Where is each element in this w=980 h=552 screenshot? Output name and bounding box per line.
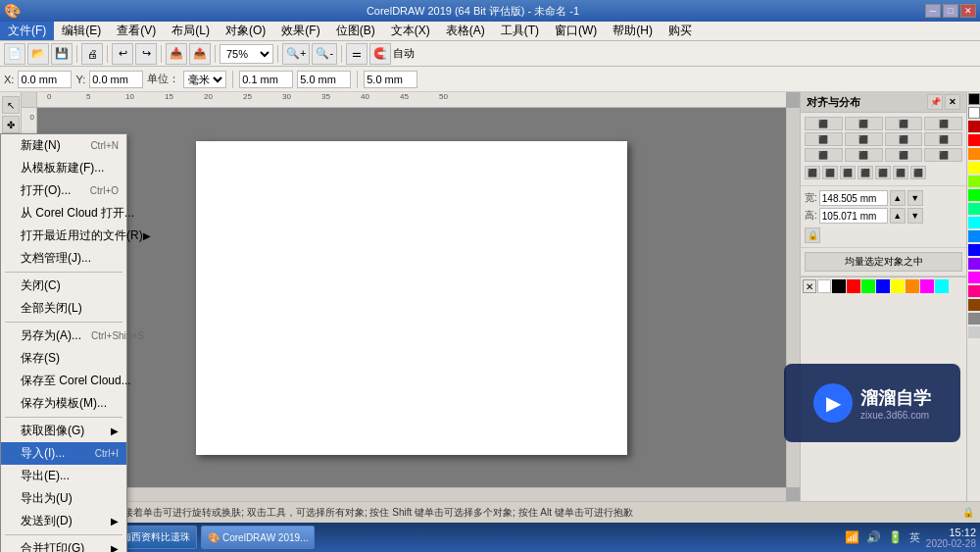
dist-h2[interactable]: ⬛ [822, 166, 838, 179]
open-button[interactable]: 📂 [27, 43, 49, 65]
tray-sound[interactable]: 🔊 [866, 529, 882, 545]
unit-select[interactable]: 毫米 厘米 英寸 [183, 71, 226, 88]
cyan-swatch[interactable] [935, 279, 949, 293]
cb-pink[interactable] [968, 285, 980, 297]
tray-lang[interactable]: 英 [909, 530, 920, 545]
scrollbar-horizontal[interactable] [37, 487, 786, 501]
menu-object[interactable]: 对象(O) [218, 22, 273, 40]
extra-input[interactable] [364, 71, 417, 88]
align-button[interactable]: ⚌ [346, 43, 368, 65]
menu-help[interactable]: 帮助(H) [605, 22, 661, 40]
undo-button[interactable]: ↩ [112, 43, 133, 65]
menu-mergeprint[interactable]: 合并打印(G) ▶ [1, 537, 126, 552]
menu-docmanage[interactable]: 文档管理(J)... [1, 247, 126, 270]
menu-save-template[interactable]: 保存为模板(M)... [1, 392, 126, 415]
maximize-button[interactable]: □ [943, 4, 958, 18]
zoom-combo[interactable]: 75% 50% 100% 200% [220, 44, 273, 64]
menu-new-template[interactable]: 从模板新建(F)... [1, 157, 126, 179]
print-button[interactable]: 🖨 [81, 43, 103, 65]
align-tc[interactable]: ⬛ [845, 117, 883, 130]
align-x3[interactable]: ⬛ [924, 148, 962, 162]
align-mr[interactable]: ⬛ [845, 132, 883, 146]
width-down[interactable]: ▼ [907, 190, 923, 206]
import-button[interactable]: 📥 [166, 43, 187, 65]
align-br[interactable]: ⬛ [805, 148, 843, 162]
menu-edit[interactable]: 编辑(E) [54, 22, 109, 40]
align-bl[interactable]: ⬛ [885, 132, 923, 146]
tray-network[interactable]: 📶 [845, 529, 860, 545]
red-swatch[interactable] [847, 279, 860, 293]
new-button[interactable]: 📄 [4, 43, 25, 65]
align-x1[interactable]: ⬛ [845, 148, 883, 162]
tray-battery[interactable]: 🔋 [888, 529, 904, 545]
height-input[interactable] [819, 208, 888, 224]
menu-effect[interactable]: 效果(F) [273, 22, 327, 40]
cb-yellow[interactable] [968, 162, 980, 174]
close-button[interactable]: ✕ [960, 4, 976, 18]
dist-h1[interactable]: ⬛ [805, 166, 820, 179]
menu-file[interactable]: 文件(F) [0, 22, 54, 40]
node-tool[interactable]: ✤ [2, 116, 20, 133]
panel-pin[interactable]: 📌 [927, 94, 943, 110]
green-swatch[interactable] [861, 279, 875, 293]
redo-button[interactable]: ↪ [135, 43, 157, 65]
dist-h4[interactable]: ⬛ [858, 166, 873, 179]
width-input[interactable] [819, 190, 888, 206]
magenta-swatch[interactable] [920, 279, 934, 293]
menu-table[interactable]: 表格(A) [438, 22, 493, 40]
menu-window[interactable]: 窗口(W) [547, 22, 605, 40]
no-color-swatch[interactable]: ✕ [803, 279, 816, 293]
cb-black[interactable] [968, 93, 980, 105]
dist-h5[interactable]: ⬛ [875, 166, 891, 179]
align-ml[interactable]: ⬛ [924, 117, 962, 130]
cb-lime[interactable] [968, 176, 980, 187]
menu-import[interactable]: 导入(I)... Ctrl+I [1, 442, 126, 465]
y-input[interactable] [89, 71, 143, 88]
save-button[interactable]: 💾 [51, 43, 73, 65]
menu-buy[interactable]: 购买 [661, 22, 700, 40]
menu-tools[interactable]: 工具(T) [493, 22, 547, 40]
align-tl[interactable]: ⬛ [805, 117, 843, 130]
dist-h7[interactable]: ⬛ [910, 166, 926, 179]
apply-button[interactable]: 均量选定对象之中 [805, 252, 962, 272]
menu-layout[interactable]: 布局(L) [164, 22, 218, 40]
menu-saveas[interactable]: 另存为(A)... Ctrl+Shift+S [1, 325, 126, 347]
dist-h3[interactable]: ⬛ [840, 166, 856, 179]
select-tool[interactable]: ↖ [2, 96, 20, 114]
menu-recent[interactable]: 打开最近用过的文件(R) ▶ [1, 225, 126, 247]
panel-close[interactable]: ✕ [945, 94, 960, 110]
cb-white[interactable] [968, 107, 980, 119]
zoom-out-button[interactable]: 🔍- [312, 43, 337, 65]
taskbar-active[interactable]: 🎨 CorelDRAW 2019... [201, 526, 315, 549]
cb-lightgray[interactable] [968, 326, 980, 338]
clock[interactable]: 15:12 2020-02-28 [926, 527, 976, 549]
menu-view[interactable]: 查看(V) [109, 22, 164, 40]
menu-text[interactable]: 文本(X) [383, 22, 438, 40]
h-input[interactable] [297, 71, 351, 88]
cb-darkred[interactable] [968, 121, 980, 132]
menu-export[interactable]: 导出(E)... [1, 465, 126, 487]
menu-new[interactable]: 新建(N) Ctrl+N [1, 134, 126, 157]
height-up[interactable]: ▲ [890, 208, 906, 224]
menu-open[interactable]: 打开(O)... Ctrl+O [1, 179, 126, 202]
cb-gray[interactable] [968, 313, 980, 325]
cb-purple[interactable] [968, 258, 980, 270]
align-mc[interactable]: ⬛ [805, 132, 843, 146]
black-swatch[interactable] [832, 279, 846, 293]
menu-closeall[interactable]: 全部关闭(L) [1, 297, 126, 320]
cb-red[interactable] [968, 134, 980, 146]
menu-close[interactable]: 关闭(C) [1, 275, 126, 297]
x-input[interactable] [18, 71, 72, 88]
minimize-button[interactable]: ─ [925, 4, 941, 18]
menu-sendto[interactable]: 发送到(D) ▶ [1, 510, 126, 532]
width-up[interactable]: ▲ [890, 190, 906, 206]
yellow-swatch[interactable] [891, 279, 905, 293]
white-swatch[interactable] [817, 279, 831, 293]
cb-blue[interactable] [968, 244, 980, 256]
menu-acquire[interactable]: 获取图像(G) ▶ [1, 420, 126, 442]
cb-sky[interactable] [968, 230, 980, 242]
align-tr[interactable]: ⬛ [885, 117, 923, 130]
dist-h6[interactable]: ⬛ [893, 166, 908, 179]
menu-open-cloud[interactable]: 从 Corel Cloud 打开... [1, 202, 126, 225]
export-button[interactable]: 📤 [189, 43, 211, 65]
